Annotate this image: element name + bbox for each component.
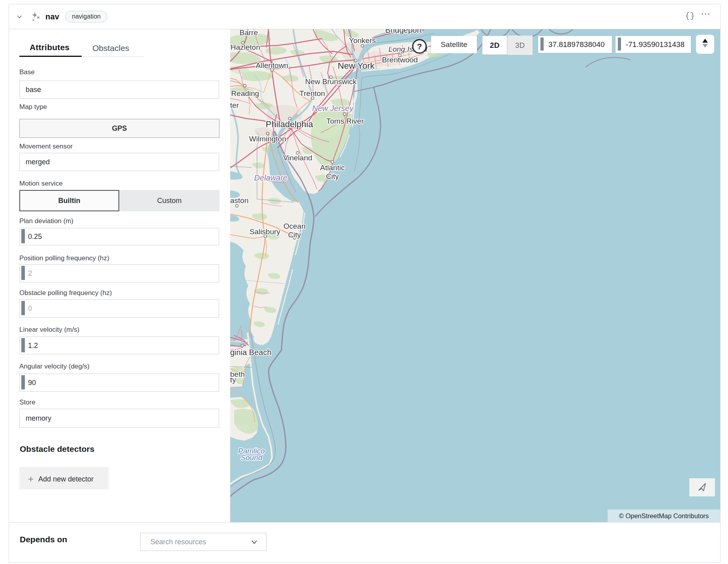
svg-text:aston: aston: [230, 196, 248, 205]
svg-text:Vineland: Vineland: [283, 154, 312, 162]
svg-text:Brentwood: Brentwood: [382, 56, 418, 64]
svg-text:Hazleton: Hazleton: [231, 43, 260, 51]
svg-text:New York: New York: [338, 61, 375, 71]
svg-text:ginia Beach: ginia Beach: [230, 348, 272, 357]
svg-text:Trenton: Trenton: [300, 89, 325, 98]
svg-text:Salisbury: Salisbury: [250, 227, 281, 236]
svg-text:Toms River: Toms River: [326, 117, 364, 125]
svg-text:New Jersey: New Jersey: [312, 104, 354, 113]
svg-text:Barre: Barre: [240, 29, 258, 37]
svg-text:ty: ty: [230, 376, 236, 384]
svg-text:Atlantic: Atlantic: [320, 164, 345, 172]
svg-text:Bridgeport: Bridgeport: [385, 29, 422, 34]
svg-text:Yonkers: Yonkers: [349, 36, 376, 45]
svg-text:New Brunswick: New Brunswick: [305, 77, 356, 86]
svg-text:Reading: Reading: [231, 89, 259, 98]
svg-text:City: City: [326, 172, 339, 180]
svg-text:Sound: Sound: [241, 453, 263, 462]
svg-text:Ocean: Ocean: [283, 222, 306, 230]
svg-text:Delaware: Delaware: [254, 173, 287, 182]
svg-text:Wilmington: Wilmington: [249, 135, 286, 143]
svg-text:Philadelphia: Philadelphia: [266, 119, 313, 129]
svg-text:Allentown: Allentown: [256, 61, 288, 70]
svg-text:City: City: [288, 231, 301, 239]
svg-text:ter: ter: [230, 101, 239, 109]
